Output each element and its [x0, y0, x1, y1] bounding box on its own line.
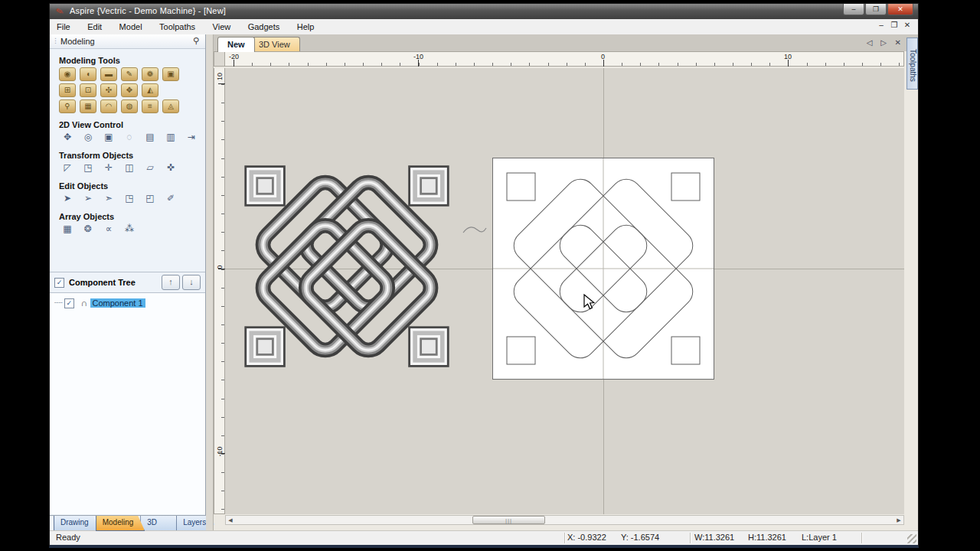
menu-model[interactable]: Model — [113, 20, 149, 35]
two-rail-sweep-icon[interactable]: ◖ — [80, 67, 96, 81]
ungroup-icon[interactable]: ◰ — [142, 193, 158, 205]
menu-file[interactable]: File — [50, 20, 77, 35]
split-component-icon[interactable]: ✣ — [100, 83, 117, 97]
v-ruler-label: 10 — [216, 71, 224, 82]
menu-gadgets[interactable]: Gadgets — [241, 20, 287, 35]
minimize-button[interactable]: – — [843, 4, 864, 15]
resize-grip[interactable] — [907, 534, 916, 543]
scale-icon[interactable]: ◳ — [80, 162, 96, 174]
section-2d-view-control: 2D View Control — [59, 120, 205, 129]
measure-icon[interactable]: ➣ — [100, 193, 117, 205]
v-ruler-label: -10 — [216, 446, 224, 457]
tab-3d-clipart[interactable]: 3D Clipart — [140, 516, 181, 531]
horizontal-ruler: -20 -10 0 10 — [225, 51, 904, 67]
group-icon[interactable]: ◳ — [121, 193, 138, 205]
tab-3d-view[interactable]: 3D View — [249, 37, 300, 52]
drawing-canvas[interactable] — [225, 68, 904, 514]
rotate-icon[interactable]: ✛ — [100, 162, 117, 174]
component-1-label[interactable]: Component 1 — [90, 298, 145, 308]
aspire-logo-icon: ✎ — [54, 5, 64, 18]
panel-header[interactable]: ⋮⋮ Modeling ⚲ — [50, 34, 205, 49]
zoom-icon[interactable]: ◎ — [80, 132, 96, 144]
section-transform-objects: Transform Objects — [59, 151, 205, 160]
extrude-icon[interactable]: ▬ — [100, 67, 117, 81]
component-tree: ✓ Component Tree ↑ ↓ ╌╌ ✓ ∩ Component 1 — [50, 272, 205, 514]
split-view-icon[interactable]: ▥ — [162, 132, 179, 144]
horizontal-scroll-thumb[interactable]: ||| — [472, 516, 545, 524]
celtic-knot-3d-component[interactable] — [243, 156, 451, 377]
zoom-drawing-icon[interactable]: ▤ — [142, 132, 158, 144]
scroll-right-icon[interactable]: ▶ — [896, 517, 902, 523]
status-ready: Ready — [56, 533, 80, 542]
horizontal-scrollbar[interactable]: ◀ ||| ▶ — [225, 515, 904, 525]
mouse-cursor — [583, 294, 596, 311]
panel-tab-strip: Drawing Modeling 3D Clipart Layers — [50, 515, 205, 531]
copy-along-vector-icon[interactable]: ∝ — [100, 223, 117, 236]
nest-objects-icon[interactable]: ⁂ — [121, 223, 138, 236]
node-edit-icon[interactable]: ➢ — [80, 193, 96, 205]
job-material-area[interactable] — [492, 158, 714, 380]
mdi-restore-icon[interactable]: ❐ — [888, 21, 900, 29]
scroll-left-icon[interactable]: ◀ — [227, 517, 234, 523]
slice-model-icon[interactable]: ≡ — [142, 99, 158, 113]
wireframe-icon[interactable]: ◬ — [162, 99, 179, 113]
component-1-checkbox[interactable]: ✓ — [64, 298, 74, 308]
import-component-icon[interactable]: ▣ — [162, 67, 179, 81]
fillet-icon[interactable]: ✐ — [162, 193, 179, 205]
mdi-minimize-icon[interactable]: – — [875, 21, 887, 29]
tab-new[interactable]: New — [217, 37, 255, 52]
vertical-ruler: 10 0 -10 — [214, 68, 225, 514]
title-bar[interactable]: ✎ Aspire {Vectric - Demo Machine} - [New… — [50, 4, 918, 20]
ruler-corner — [214, 51, 225, 67]
move-icon[interactable]: ◸ — [59, 162, 76, 174]
tab-nav-arrows[interactable]: ◁ ▷ ✕ — [867, 38, 904, 47]
menu-edit[interactable]: Edit — [80, 20, 109, 35]
menu-bar: File Edit Model Toolpaths View Gadgets H… — [50, 19, 918, 35]
component-icon: ∩ — [81, 298, 88, 308]
align-center-icon[interactable]: ✜ — [162, 162, 179, 174]
distort-icon[interactable]: ▱ — [142, 162, 158, 174]
window-title: Aspire {Vectric - Demo Machine} - [New] — [70, 6, 226, 15]
tab-modeling[interactable]: Modeling — [96, 516, 145, 531]
toolpaths-panel-tab[interactable]: Toolpaths — [906, 37, 918, 90]
status-y: Y: -1.6574 — [621, 533, 659, 542]
emboss-icon[interactable]: ◭ — [142, 83, 158, 97]
circular-array-icon[interactable]: ❂ — [80, 223, 96, 236]
component-tree-checkbox[interactable]: ✓ — [54, 278, 64, 288]
pan-icon[interactable]: ✥ — [59, 132, 76, 144]
celtic-knot-2d-vectors[interactable] — [492, 158, 714, 380]
sculpt-icon[interactable]: ✎ — [121, 67, 138, 81]
texture-area-icon[interactable]: ▦ — [80, 99, 96, 113]
menu-toolpaths[interactable]: Toolpaths — [152, 20, 202, 35]
tab-drawing[interactable]: Drawing — [54, 516, 100, 531]
dome-icon[interactable]: ◠ — [100, 99, 117, 113]
modeling-panel: ⋮⋮ Modeling ⚲ Modeling Tools ◉ ◖ ▬ ✎ ❁ ▣… — [50, 34, 206, 531]
selection-to-component-icon[interactable]: ⊞ — [59, 83, 76, 97]
mirror-icon[interactable]: ◫ — [121, 162, 138, 174]
select-icon[interactable]: ➤ — [59, 193, 76, 205]
panel-splitter[interactable] — [206, 34, 214, 531]
maximize-button[interactable]: ❐ — [865, 4, 887, 15]
menu-help[interactable]: Help — [290, 20, 322, 35]
component-boundary-icon[interactable]: ⊡ — [80, 83, 96, 97]
panel-title: Modeling — [60, 37, 95, 46]
close-button[interactable]: ✕ — [887, 4, 913, 15]
texture-icon[interactable]: ❁ — [142, 67, 158, 81]
move-down-button[interactable]: ↓ — [182, 275, 201, 290]
pin-icon[interactable]: ⚲ — [193, 36, 199, 46]
carve-icon[interactable]: ⚲ — [59, 99, 76, 113]
zoom-selected-icon[interactable]: ◌ — [121, 132, 138, 144]
turn-model-icon[interactable]: ◍ — [121, 99, 138, 113]
weave-component-icon[interactable]: ✥ — [121, 83, 138, 97]
status-x: X: -0.9322 — [567, 533, 606, 542]
tree-item-component-1[interactable]: ╌╌ ✓ ∩ Component 1 — [54, 298, 205, 308]
small-curve-vector[interactable] — [462, 225, 487, 236]
mdi-close-icon[interactable]: ✕ — [901, 21, 913, 29]
menu-view[interactable]: View — [206, 20, 238, 35]
create-shape-icon[interactable]: ◉ — [59, 67, 76, 81]
status-bar: Ready X: -0.9322 Y: -1.6574 W:11.3261 H:… — [50, 530, 918, 545]
zoom-box-icon[interactable]: ▣ — [100, 132, 117, 144]
switch-view-icon[interactable]: ⇥ — [183, 132, 200, 144]
block-array-icon[interactable]: ▦ — [59, 223, 76, 236]
move-up-button[interactable]: ↑ — [162, 275, 180, 290]
